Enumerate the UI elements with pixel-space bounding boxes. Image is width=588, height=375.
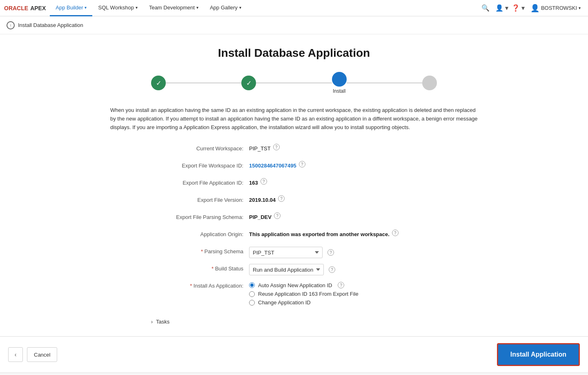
workspace-id-help-icon[interactable]: ? — [299, 161, 305, 167]
breadcrumb: ↑ Install Database Application — [0, 16, 588, 34]
radio-change-id[interactable]: Change Application ID — [249, 299, 359, 306]
back-button[interactable]: ‹ — [8, 347, 23, 362]
oracle-logo: ORACLE APEX — [4, 5, 46, 11]
install-as-label: Install As Application: — [151, 281, 249, 289]
user-chevron-icon: ▾ — [579, 6, 581, 10]
form-row-workspace: Current Workspace: PIP_TST ? — [151, 144, 437, 155]
user-profile-button[interactable]: 👤 BOSTROWSKI ▾ — [527, 4, 584, 13]
sql-workshop-chevron-icon: ▾ — [136, 5, 138, 10]
nav-app-gallery[interactable]: App Gallery ▾ — [204, 0, 247, 16]
radio-change-id-label: Change Application ID — [258, 299, 311, 306]
workspace-value: PIP_TST — [249, 144, 271, 152]
wizard-step-2: ✓ — [241, 76, 256, 90]
install-as-options: Auto Assign New Application ID ? Reuse A… — [249, 281, 359, 306]
main-content: Install Database Application ✓ ✓ Install… — [0, 34, 588, 336]
radio-reuse-id-label: Reuse Application ID 163 From Export Fil… — [258, 291, 359, 297]
breadcrumb-text: Install Database Application — [18, 22, 83, 28]
apex-text: APEX — [30, 5, 46, 11]
form-row-parsing-schema-export: Export File Parsing Schema: PIP_DEV ? — [151, 212, 437, 224]
form-container: Current Workspace: PIP_TST ? Export File… — [151, 144, 437, 311]
team-dev-chevron-icon: ▾ — [196, 5, 198, 10]
search-button[interactable]: 🔍 — [478, 1, 493, 16]
radio-auto-assign-label: Auto Assign New Application ID — [258, 282, 332, 288]
step-line-1 — [166, 83, 241, 83]
page-title: Install Database Application — [218, 47, 370, 60]
tasks-section: › Tasks — [151, 315, 437, 328]
step-label-3: Install — [333, 88, 345, 94]
nav-app-builder[interactable]: App Builder ▾ — [50, 0, 92, 16]
wizard-step-1: ✓ — [151, 76, 166, 90]
workspace-label: Current Workspace: — [151, 144, 249, 152]
tasks-label: Tasks — [156, 319, 169, 325]
parsing-schema-export-value: PIP_DEV — [249, 212, 272, 220]
build-status-select-wrap: Run and Build Application ? — [249, 264, 335, 275]
form-row-parsing-schema: Parsing Schema PIP_TST ? — [151, 247, 437, 258]
app-id-help-icon[interactable]: ? — [261, 178, 267, 185]
build-status-help-icon[interactable]: ? — [329, 266, 335, 273]
origin-value: This application was exported from anoth… — [249, 230, 390, 237]
parsing-schema-help-icon[interactable]: ? — [327, 249, 334, 256]
step-circle-2: ✓ — [241, 76, 256, 90]
radio-change-id-input[interactable] — [249, 300, 255, 306]
bottom-bar: ‹ Cancel Install Application — [0, 336, 588, 373]
workspace-id-value: 1500284647067495 — [249, 161, 296, 169]
build-status-label: Build Status — [151, 264, 249, 272]
install-application-button[interactable]: Install Application — [497, 343, 580, 366]
wizard-steps: ✓ ✓ Install — [151, 72, 437, 94]
radio-reuse-id[interactable]: Reuse Application ID 163 From Export Fil… — [249, 291, 359, 297]
form-row-build-status: Build Status Run and Build Application ? — [151, 264, 437, 275]
auto-assign-help-icon[interactable]: ? — [338, 282, 344, 288]
parsing-schema-export-label: Export File Parsing Schema: — [151, 212, 249, 220]
form-row-origin: Application Origin: This application was… — [151, 230, 437, 241]
radio-reuse-id-input[interactable] — [249, 291, 255, 297]
step-circle-4 — [422, 76, 437, 90]
form-row-workspace-id: Export File Workspace ID: 15002846470674… — [151, 161, 437, 172]
tasks-chevron-icon: › — [151, 319, 153, 325]
radio-auto-assign-input[interactable] — [249, 282, 255, 288]
workspace-id-label: Export File Workspace ID: — [151, 161, 249, 169]
parsing-schema-select-wrap: PIP_TST ? — [249, 247, 334, 258]
step-line-2 — [256, 83, 332, 83]
cancel-button[interactable]: Cancel — [27, 347, 57, 362]
form-row-app-id: Export File Application ID: 163 ? — [151, 178, 437, 190]
version-label: Export File Version: — [151, 195, 249, 203]
parsing-schema-label: Parsing Schema — [151, 247, 249, 254]
origin-label: Application Origin: — [151, 230, 249, 237]
build-status-select[interactable]: Run and Build Application — [249, 264, 324, 275]
nav-sql-workshop[interactable]: SQL Workshop ▾ — [92, 0, 143, 16]
step-circle-1: ✓ — [151, 76, 166, 90]
app-gallery-chevron-icon: ▾ — [239, 5, 241, 10]
username-label: BOSTROWSKI — [541, 5, 577, 11]
app-id-value: 163 — [249, 178, 258, 186]
radio-group-install-as: Auto Assign New Application ID ? Reuse A… — [249, 281, 359, 306]
nav-team-development[interactable]: Team Development ▾ — [143, 0, 204, 16]
version-value: 2019.10.04 — [249, 195, 276, 203]
step-line-3 — [347, 83, 422, 83]
user-menu-button[interactable]: 👤 ▾ — [494, 1, 509, 16]
footer: 👤 bostrowski 🗄 pip_tst 🌐 en Copyright © … — [0, 373, 588, 375]
nav-right: 🔍 👤 ▾ ❓ ▾ 👤 BOSTROWSKI ▾ — [478, 1, 584, 16]
parsing-schema-export-help-icon[interactable]: ? — [274, 212, 281, 219]
tasks-toggle[interactable]: › Tasks — [151, 315, 437, 328]
breadcrumb-icon: ↑ — [7, 21, 15, 29]
app-builder-chevron-icon: ▾ — [85, 5, 87, 10]
top-nav: ORACLE APEX App Builder ▾ SQL Workshop ▾… — [0, 0, 588, 16]
radio-auto-assign[interactable]: Auto Assign New Application ID ? — [249, 282, 359, 288]
wizard-step-4 — [422, 76, 437, 90]
wizard-step-3: Install — [332, 72, 347, 94]
version-help-icon[interactable]: ? — [278, 195, 285, 202]
parsing-schema-select[interactable]: PIP_TST — [249, 247, 323, 258]
app-id-label: Export File Application ID: — [151, 178, 249, 186]
workspace-help-icon[interactable]: ? — [273, 144, 280, 150]
form-row-install-as: Install As Application: Auto Assign New … — [151, 281, 437, 306]
origin-help-icon[interactable]: ? — [392, 230, 399, 236]
form-row-version: Export File Version: 2019.10.04 ? — [151, 195, 437, 207]
oracle-text: ORACLE — [4, 5, 28, 11]
step-circle-3 — [332, 72, 347, 87]
help-button[interactable]: ❓ ▾ — [511, 1, 526, 16]
info-text: When you install an application having t… — [110, 106, 478, 132]
